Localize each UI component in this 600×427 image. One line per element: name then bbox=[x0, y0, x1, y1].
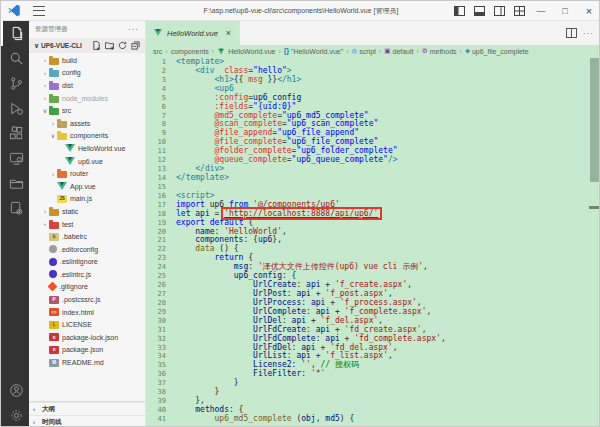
tree-item-test[interactable]: ›test bbox=[29, 218, 145, 231]
tree-item--editorconfig[interactable]: .editorconfig bbox=[29, 243, 145, 256]
tree-item-label: src bbox=[62, 107, 71, 114]
breadcrumb-separator: › bbox=[279, 48, 281, 55]
tree-item-node-modules[interactable]: ›node_modules bbox=[29, 92, 145, 105]
search-icon[interactable] bbox=[1, 46, 29, 71]
tree-item--gitignore[interactable]: .gitignore bbox=[29, 281, 145, 294]
tree-item-dist[interactable]: ›dist bbox=[29, 79, 145, 92]
breadcrumb-separator: › bbox=[417, 48, 419, 55]
timeline-section[interactable]: › 时间线 bbox=[29, 415, 145, 427]
line-number: 30 bbox=[146, 317, 172, 326]
collapse-all-icon[interactable] bbox=[131, 41, 140, 50]
code-line[interactable]: 14</template> bbox=[146, 174, 600, 183]
folder-icon bbox=[57, 133, 67, 140]
close-tab-icon[interactable]: × bbox=[226, 28, 231, 38]
breadcrumb-item[interactable]: ▣default bbox=[384, 48, 413, 55]
chevron-down-icon[interactable]: ∨ bbox=[49, 132, 57, 139]
breadcrumb-item[interactable]: components bbox=[171, 48, 209, 55]
tab-helloworld-vue[interactable]: HelloWorld.vue × bbox=[146, 21, 240, 45]
line-number: 35 bbox=[146, 361, 172, 370]
breadcrumb-item[interactable]: ◈up6_file_complete bbox=[465, 48, 529, 55]
more-actions-icon[interactable]: ··· bbox=[128, 25, 139, 34]
menu-icon[interactable] bbox=[33, 6, 45, 16]
line-number: 31 bbox=[146, 326, 172, 335]
extensions-icon[interactable] bbox=[1, 121, 29, 146]
split-editor-icon[interactable] bbox=[566, 28, 577, 38]
new-file-icon[interactable] bbox=[92, 41, 101, 50]
method-symbol-icon: ◈ bbox=[465, 48, 470, 55]
breadcrumb-item[interactable]: src bbox=[153, 48, 162, 55]
toggle-panel-icon[interactable] bbox=[469, 1, 489, 21]
chevron-right-icon[interactable]: › bbox=[41, 95, 49, 101]
remote-explorer-icon[interactable] bbox=[1, 146, 29, 171]
tree-item-main-js[interactable]: JSmain.js bbox=[29, 193, 145, 206]
settings-gear-icon[interactable] bbox=[1, 403, 29, 427]
maximize-button[interactable]: □ bbox=[553, 1, 577, 21]
close-window-button[interactable]: × bbox=[577, 1, 600, 21]
line-number: 21 bbox=[146, 236, 172, 245]
tree-item-static[interactable]: ›static bbox=[29, 205, 145, 218]
folder-icon bbox=[49, 209, 59, 216]
tree-item--postcssrc-js[interactable]: P.postcssrc.js bbox=[29, 293, 145, 306]
project-root-row[interactable]: ∨ UP6-VUE-CLI bbox=[29, 38, 145, 53]
line-number: 22 bbox=[146, 245, 172, 254]
accounts-icon[interactable] bbox=[1, 378, 29, 403]
line-number: 27 bbox=[146, 290, 172, 299]
tree-item-components[interactable]: ∨components bbox=[29, 130, 145, 143]
tree-item-index-html[interactable]: <>index.html bbox=[29, 306, 145, 319]
line-number: 34 bbox=[146, 352, 172, 361]
line-number: 24 bbox=[146, 263, 172, 272]
explorer-icon[interactable] bbox=[1, 21, 29, 46]
tree-item-package-json[interactable]: npackage.json bbox=[29, 344, 145, 357]
tree-item-assets[interactable]: ›assets bbox=[29, 117, 145, 130]
code-line[interactable]: 41 up6_md5_complete (obj, md5) { bbox=[146, 415, 600, 424]
run-debug-icon[interactable] bbox=[1, 96, 29, 121]
code-editor[interactable]: 1<template>2 <div class="hello">3 <h1>{{… bbox=[146, 58, 600, 427]
babel-file-icon: b bbox=[49, 233, 59, 241]
breadcrumb-item[interactable]: ⚙methods bbox=[422, 48, 457, 55]
breadcrumb-item[interactable]: HelloWorld.vue bbox=[217, 48, 275, 56]
chevron-right-icon[interactable]: › bbox=[41, 208, 49, 214]
source-control-icon[interactable] bbox=[1, 71, 29, 96]
outline-section[interactable]: › 大纲 bbox=[29, 402, 145, 415]
scrollbar-thumb[interactable] bbox=[590, 58, 600, 182]
tree-item-app-vue[interactable]: App.vue bbox=[29, 180, 145, 193]
tree-item-package-lock-json[interactable]: npackage-lock.json bbox=[29, 331, 145, 344]
chevron-right-icon[interactable]: › bbox=[49, 171, 57, 177]
toggle-primary-sidebar-icon[interactable] bbox=[449, 1, 469, 21]
tree-item-helloworld-vue[interactable]: HelloWorld.vue bbox=[29, 142, 145, 155]
chevron-right-icon[interactable]: › bbox=[41, 82, 49, 88]
npm-file-icon: n bbox=[49, 333, 59, 341]
tree-item-label: README.md bbox=[62, 359, 104, 366]
tree-item--babelrc[interactable]: b.babelrc bbox=[29, 230, 145, 243]
tree-item-src[interactable]: ∨src bbox=[29, 104, 145, 117]
editor-more-actions-icon[interactable]: ··· bbox=[583, 29, 594, 38]
tree-item-config[interactable]: ›config bbox=[29, 67, 145, 80]
chevron-right-icon[interactable]: › bbox=[49, 120, 57, 126]
tree-item-readme-md[interactable]: MREADME.md bbox=[29, 356, 145, 369]
project-settings-icon[interactable] bbox=[1, 196, 29, 221]
chevron-right-icon[interactable]: › bbox=[41, 70, 49, 76]
docked-folder-icon[interactable] bbox=[1, 171, 29, 196]
minimize-button[interactable]: — bbox=[529, 1, 553, 21]
refresh-icon[interactable] bbox=[118, 41, 127, 50]
breadcrumb-item[interactable]: {}"HelloWorld.vue" bbox=[284, 48, 343, 55]
vue-file-icon bbox=[154, 29, 163, 37]
code-line[interactable]: 38 } bbox=[146, 388, 600, 397]
toggle-secondary-sidebar-icon[interactable] bbox=[489, 1, 509, 21]
chevron-down-icon[interactable]: ∨ bbox=[41, 107, 49, 114]
file-tree: ›build›config›dist›node_modules∨src›asse… bbox=[29, 53, 145, 401]
breadcrumb-item[interactable]: ◎script bbox=[352, 48, 376, 55]
tree-item--eslintignore[interactable]: .eslintignore bbox=[29, 256, 145, 269]
new-folder-icon[interactable] bbox=[105, 41, 114, 50]
chevron-right-icon[interactable]: › bbox=[41, 221, 49, 227]
line-number: 1 bbox=[146, 58, 172, 67]
tree-item--eslintrc-js[interactable]: .eslintrc.js bbox=[29, 268, 145, 281]
tree-item-label: .eslintignore bbox=[60, 258, 98, 265]
tree-item-up6-vue[interactable]: up6.vue bbox=[29, 155, 145, 168]
customize-layout-icon[interactable] bbox=[509, 1, 529, 21]
chevron-right-icon[interactable]: › bbox=[41, 57, 49, 63]
tree-item-license[interactable]: LLICENSE bbox=[29, 318, 145, 331]
tree-item-build[interactable]: ›build bbox=[29, 54, 145, 67]
tree-item-router[interactable]: ›router bbox=[29, 167, 145, 180]
editor-scrollbar[interactable] bbox=[589, 58, 600, 427]
